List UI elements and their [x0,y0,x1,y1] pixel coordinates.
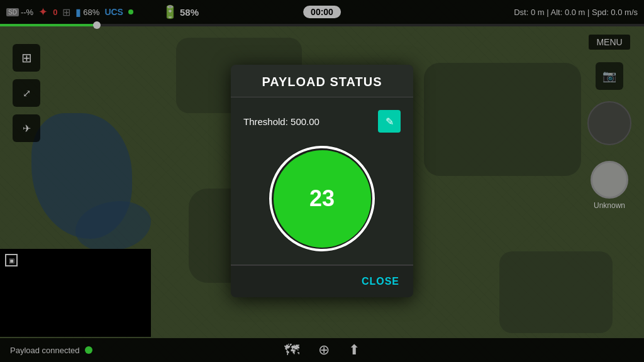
gauge-value: 23 [309,185,335,212]
threshold-row: Threshold: 500.00 ✎ [243,110,401,133]
edit-threshold-button[interactable]: ✎ [378,110,401,133]
payload-status-modal: PAYLOAD STATUS Threshold: 500.00 ✎ [231,65,413,297]
close-modal-button[interactable]: CLOSE [355,273,406,290]
modal-title: PAYLOAD STATUS [262,75,382,89]
modal-overlay: PAYLOAD STATUS Threshold: 500.00 ✎ [0,0,644,362]
edit-icon: ✎ [386,116,394,128]
payload-gauge: 23 [269,145,375,252]
threshold-label: Threshold: 500.00 [243,116,319,127]
modal-header: PAYLOAD STATUS [231,65,413,97]
gauge-green: 23 [274,150,371,248]
modal-body: Threshold: 500.00 ✎ 23 [231,97,413,265]
modal-footer: CLOSE [231,265,413,297]
